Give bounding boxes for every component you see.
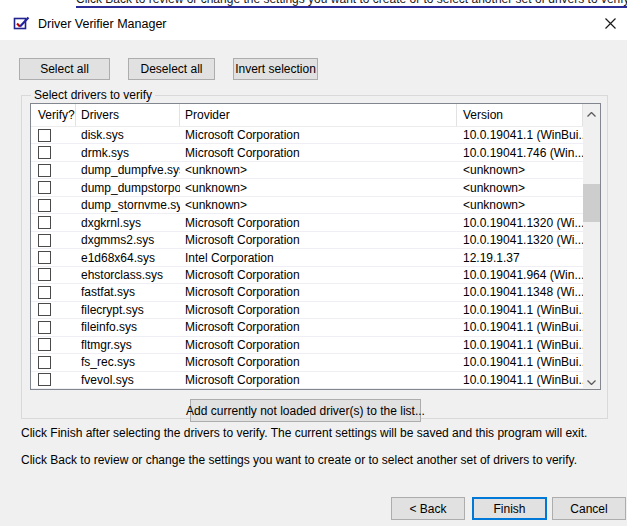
verify-cell (31, 303, 76, 316)
column-header-provider[interactable]: Provider (180, 104, 457, 126)
close-icon (604, 17, 617, 33)
table-row[interactable]: dump_dumpstorpor... <unknown> <unknown> (31, 179, 583, 196)
verify-cell (31, 338, 76, 351)
close-button[interactable] (594, 11, 627, 38)
verify-checkbox[interactable] (38, 373, 51, 386)
driver-name: dump_stornvme.sys (76, 198, 180, 212)
finish-instruction-text: Click Finish after selecting the drivers… (21, 426, 621, 440)
table-row[interactable]: dxgkrnl.sys Microsoft Corporation 10.0.1… (31, 214, 583, 231)
finish-button[interactable]: Finish (472, 497, 547, 520)
driver-name: drmk.sys (76, 146, 180, 160)
verify-cell (31, 216, 76, 229)
driver-name: e1d68x64.sys (76, 251, 180, 265)
verify-cell (31, 199, 76, 212)
verify-cell (31, 356, 76, 369)
driver-name: fs_rec.sys (76, 355, 180, 369)
driver-version: 10.0.19041.1 (WinBui... (457, 128, 583, 142)
table-row[interactable]: disk.sys Microsoft Corporation 10.0.1904… (31, 127, 583, 144)
table-row[interactable]: dump_stornvme.sys <unknown> <unknown> (31, 197, 583, 214)
driver-provider: Intel Corporation (180, 251, 457, 265)
driver-version: 10.0.19041.746 (Win... (457, 146, 583, 160)
driver-version: 10.0.19041.1 (WinBui... (457, 303, 583, 317)
driver-provider: Microsoft Corporation (180, 268, 457, 282)
driver-name: fvevol.sys (76, 373, 180, 387)
driver-name: dump_dumpfve.sys (76, 163, 180, 177)
driver-name: dxgkrnl.sys (76, 216, 180, 230)
table-row[interactable]: e1d68x64.sys Intel Corporation 12.19.1.3… (31, 249, 583, 266)
vertical-scrollbar[interactable] (583, 104, 600, 389)
background-window-strip: Click Back to review or change the setti… (0, 0, 627, 8)
table-row[interactable]: filecrypt.sys Microsoft Corporation 10.0… (31, 302, 583, 319)
driver-version: 10.0.19041.1348 (Wi... (457, 285, 583, 299)
verify-cell (31, 321, 76, 334)
column-header-verify[interactable]: Verify? (31, 104, 76, 126)
driver-version: <unknown> (457, 198, 583, 212)
scroll-down-button[interactable] (583, 372, 600, 389)
driver-name: dump_dumpstorpor... (76, 181, 180, 195)
verify-checkbox[interactable] (38, 356, 51, 369)
driver-verifier-manager-dialog: Click Back to review or change the setti… (0, 0, 627, 526)
driver-provider: Microsoft Corporation (180, 373, 457, 387)
table-row[interactable]: fvevol.sys Microsoft Corporation 10.0.19… (31, 372, 583, 389)
driver-provider: Microsoft Corporation (180, 233, 457, 247)
verify-checkbox[interactable] (38, 199, 51, 212)
groupbox-label: Select drivers to verify (31, 88, 155, 102)
driver-version: <unknown> (457, 163, 583, 177)
verify-cell (31, 234, 76, 247)
verify-checkbox[interactable] (38, 338, 51, 351)
scrollbar-thumb[interactable] (583, 184, 600, 222)
select-all-label: Select all (40, 62, 89, 76)
verify-checkbox[interactable] (38, 181, 51, 194)
verify-cell (31, 286, 76, 299)
table-row[interactable]: dump_dumpfve.sys <unknown> <unknown> (31, 162, 583, 179)
verify-checkbox[interactable] (38, 268, 51, 281)
verify-checkbox[interactable] (38, 303, 51, 316)
verify-checkbox[interactable] (38, 129, 51, 142)
driver-rows: disk.sys Microsoft Corporation 10.0.1904… (31, 127, 583, 389)
driver-provider: Microsoft Corporation (180, 338, 457, 352)
add-not-loaded-drivers-label: Add currently not loaded driver(s) to th… (186, 404, 425, 418)
driver-provider: <unknown> (180, 198, 457, 212)
driver-version: 10.0.19041.1 (WinBui... (457, 320, 583, 334)
back-label: < Back (409, 502, 446, 516)
verify-cell (31, 373, 76, 386)
driver-version: <unknown> (457, 181, 583, 195)
table-row[interactable]: drmk.sys Microsoft Corporation 10.0.1904… (31, 144, 583, 161)
table-row[interactable]: fastfat.sys Microsoft Corporation 10.0.1… (31, 284, 583, 301)
back-instruction-text: Click Back to review or change the setti… (21, 453, 621, 467)
driver-provider: Microsoft Corporation (180, 320, 457, 334)
verify-checkbox[interactable] (38, 286, 51, 299)
column-header-version[interactable]: Version (457, 104, 583, 126)
driver-provider: Microsoft Corporation (180, 128, 457, 142)
driver-version: 10.0.19041.1 (WinBui... (457, 373, 583, 387)
verify-checkbox[interactable] (38, 146, 51, 159)
chevron-down-icon (587, 374, 596, 388)
select-all-button[interactable]: Select all (19, 58, 110, 80)
driver-version: 10.0.19041.1 (WinBui... (457, 338, 583, 352)
verify-checkbox[interactable] (38, 216, 51, 229)
driver-provider: Microsoft Corporation (180, 303, 457, 317)
driver-provider: Microsoft Corporation (180, 355, 457, 369)
table-row[interactable]: dxgmms2.sys Microsoft Corporation 10.0.1… (31, 232, 583, 249)
verify-checkbox[interactable] (38, 321, 51, 334)
scroll-up-button[interactable] (583, 104, 600, 121)
table-row[interactable]: fileinfo.sys Microsoft Corporation 10.0.… (31, 319, 583, 336)
titlebar: Driver Verifier Manager (0, 8, 627, 40)
column-header-drivers[interactable]: Drivers (76, 104, 180, 126)
verify-checkbox[interactable] (38, 164, 51, 177)
cancel-label: Cancel (570, 502, 607, 516)
table-row[interactable]: fs_rec.sys Microsoft Corporation 10.0.19… (31, 354, 583, 371)
back-button[interactable]: < Back (391, 497, 465, 520)
driver-name: fileinfo.sys (76, 320, 180, 334)
table-row[interactable]: fltmgr.sys Microsoft Corporation 10.0.19… (31, 337, 583, 354)
driver-name: filecrypt.sys (76, 303, 180, 317)
cancel-button[interactable]: Cancel (552, 497, 626, 520)
add-not-loaded-drivers-button[interactable]: Add currently not loaded driver(s) to th… (190, 399, 421, 422)
verify-cell (31, 164, 76, 177)
deselect-all-button[interactable]: Deselect all (128, 58, 215, 80)
verify-checkbox[interactable] (38, 234, 51, 247)
invert-selection-button[interactable]: Invert selection (233, 58, 318, 80)
table-row[interactable]: ehstorclass.sys Microsoft Corporation 10… (31, 267, 583, 284)
verify-checkbox[interactable] (38, 251, 51, 264)
verify-cell (31, 181, 76, 194)
